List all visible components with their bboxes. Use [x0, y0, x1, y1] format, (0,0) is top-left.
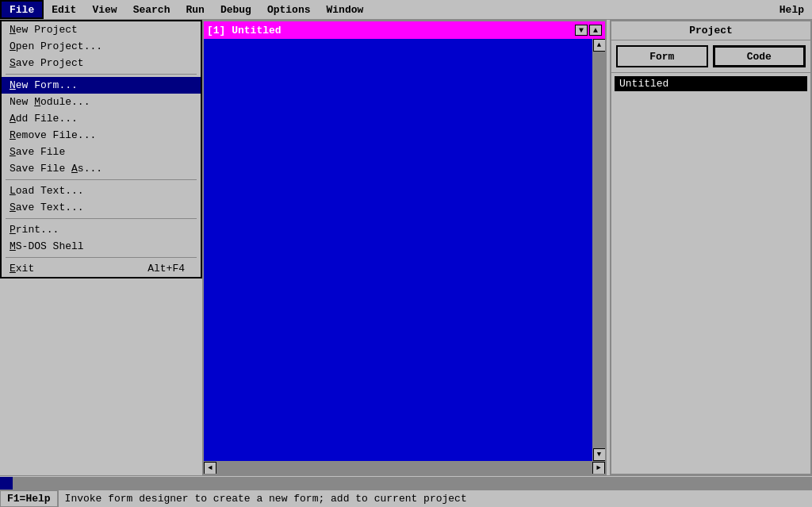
- menu-search-label: Search: [133, 4, 170, 16]
- hscroll-right-button[interactable]: ►: [592, 462, 605, 474]
- vertical-scrollbar[interactable]: ▲ ▼: [592, 39, 605, 461]
- form-title-buttons: ▼ ▲: [575, 25, 602, 36]
- code-button[interactable]: Code: [713, 45, 806, 67]
- form-titlebar: [1] Untitled ▼ ▲: [204, 21, 605, 39]
- menu-run-label: Run: [186, 4, 204, 16]
- corner-indicator: [0, 477, 13, 490]
- menu-options[interactable]: Options: [259, 0, 319, 19]
- menu-item-msdos-shell[interactable]: MS-DOS Shell: [2, 238, 201, 255]
- menu-help[interactable]: Help: [772, 0, 812, 19]
- menu-edit[interactable]: Edit: [44, 0, 84, 19]
- form-button[interactable]: Form: [616, 45, 708, 67]
- menu-item-remove-file[interactable]: Remove File...: [2, 127, 201, 144]
- status-bar: F1=Help Invoke form designer to create a…: [0, 490, 812, 507]
- menu-window[interactable]: Window: [319, 0, 372, 19]
- file-dropdown-menu: New Project Open Project... Save Project…: [0, 20, 202, 278]
- menu-item-new-module[interactable]: New Module...: [2, 94, 201, 110]
- project-panel-buttons: Form Code: [611, 40, 810, 73]
- menu-item-save-file-as[interactable]: Save File As...: [2, 160, 201, 177]
- menu-item-save-project[interactable]: Save Project: [2, 55, 201, 71]
- menu-debug-label: Debug: [220, 4, 251, 16]
- form-canvas[interactable]: [204, 39, 592, 461]
- hscroll-left-button[interactable]: ◄: [204, 462, 216, 474]
- menu-item-save-text[interactable]: Save Text...: [2, 199, 201, 216]
- menu-options-label: Options: [267, 4, 311, 16]
- menu-run[interactable]: Run: [178, 0, 212, 19]
- menu-bar: File Edit View Search Run Debug Options …: [0, 0, 812, 20]
- hscroll-track[interactable]: [216, 462, 592, 474]
- menu-help-label: Help: [779, 4, 804, 16]
- menu-file-label: File: [10, 4, 34, 16]
- status-help-key: F1=Help: [0, 490, 59, 507]
- separator-1: [6, 74, 197, 75]
- menu-edit-label: Edit: [52, 4, 76, 16]
- menu-view[interactable]: View: [84, 0, 124, 19]
- menu-item-new-form[interactable]: New Form...: [2, 77, 201, 94]
- separator-2: [6, 179, 197, 180]
- project-panel: Project Form Code Untitled: [610, 20, 812, 475]
- menu-item-save-file[interactable]: Save File: [2, 144, 201, 160]
- form-content-wrapper: ▲ ▼: [204, 39, 605, 461]
- status-message: Invoke form designer to create a new for…: [59, 491, 812, 506]
- form-area: [1] Untitled ▼ ▲ ▲ ▼: [202, 20, 607, 475]
- menu-debug[interactable]: Debug: [213, 0, 259, 19]
- separator-4: [6, 257, 197, 258]
- bottom-hscroll-track[interactable]: [13, 477, 812, 490]
- menu-item-new-project[interactable]: New Project: [2, 21, 201, 38]
- menu-item-exit[interactable]: Exit Alt+F4: [2, 260, 201, 277]
- form-window: [1] Untitled ▼ ▲ ▲ ▼: [202, 20, 607, 475]
- horizontal-scrollbar[interactable]: ◄ ►: [204, 461, 605, 474]
- menu-item-print[interactable]: Print...: [2, 221, 201, 238]
- menu-window-label: Window: [327, 4, 364, 16]
- menu-item-load-text[interactable]: Load Text...: [2, 182, 201, 199]
- vscroll-down-button[interactable]: ▼: [593, 448, 606, 461]
- vscroll-track[interactable]: [593, 52, 605, 448]
- menu-file[interactable]: File: [0, 0, 44, 19]
- scroll-down-btn[interactable]: ▼: [575, 25, 588, 36]
- exit-shortcut: Alt+F4: [132, 263, 185, 275]
- project-panel-title: Project: [611, 21, 810, 40]
- project-file-item[interactable]: Untitled: [615, 76, 807, 91]
- scroll-up-btn[interactable]: ▲: [589, 25, 602, 36]
- form-title: [1] Untitled: [207, 25, 282, 36]
- menu-view-label: View: [92, 4, 117, 16]
- separator-3: [6, 218, 197, 219]
- vscroll-up-button[interactable]: ▲: [593, 39, 606, 52]
- menu-search[interactable]: Search: [125, 0, 178, 19]
- menu-item-add-file[interactable]: Add File...: [2, 110, 201, 127]
- menu-item-open-project[interactable]: Open Project...: [2, 38, 201, 55]
- bottom-scroll-area: [0, 475, 812, 490]
- project-file-list: Untitled: [611, 73, 810, 474]
